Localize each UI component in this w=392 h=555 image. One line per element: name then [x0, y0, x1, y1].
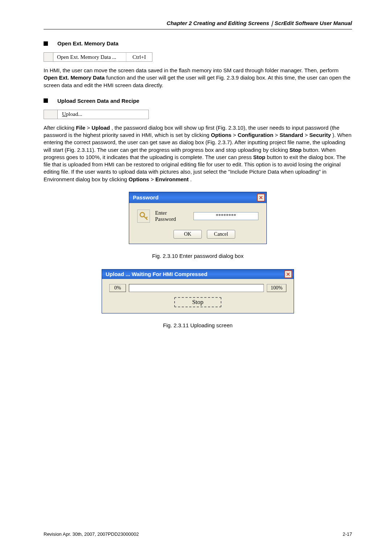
- svg-line-2: [146, 217, 147, 218]
- revision-text: Revision Apr. 30th, 2007, 2007PDD2300000…: [44, 531, 139, 537]
- menu-shortcut: Ctrl+I: [126, 53, 152, 61]
- p-text: >: [305, 132, 309, 138]
- chapter-header: Chapter 2 Creating and Editing Screens｜S…: [44, 20, 352, 29]
- titlebar: Password ✕: [129, 192, 266, 203]
- password-dialog: Password ✕ Enter Password OK Cancel: [129, 192, 267, 244]
- section-open-ext-memory: Open Ext. Memory Data: [44, 40, 352, 46]
- paragraph-upload: After clicking File > Upload , the passw…: [44, 124, 352, 183]
- p-bold: Standard: [279, 132, 303, 138]
- progress-row: 0% 100%: [109, 284, 286, 292]
- titlebar: Upload ... Waiting For HMI Compressed ✕: [102, 270, 294, 279]
- titlebar-title: Upload ... Waiting For HMI Compressed: [106, 271, 207, 277]
- section-title: Upload Screen Data and Recipe: [57, 98, 139, 104]
- menu-label: Open Ext. Memory Data ...: [53, 54, 126, 60]
- p-text: >: [151, 176, 155, 182]
- p-bold: Security: [309, 132, 331, 138]
- menu-label: Upload...: [58, 111, 148, 117]
- figure-caption: Fig. 2.3.10 Enter password dialog box: [44, 253, 352, 259]
- progress-left-pct: 0%: [109, 284, 126, 292]
- password-label: Enter Password: [155, 210, 188, 222]
- p-text: >: [233, 132, 238, 138]
- menu-icon-placeholder: [44, 110, 58, 119]
- upload-dialog: Upload ... Waiting For HMI Compressed ✕ …: [102, 269, 294, 313]
- section-title: Open Ext. Memory Data: [57, 40, 118, 46]
- ok-button[interactable]: OK: [173, 230, 202, 239]
- stop-button[interactable]: Stop: [174, 297, 221, 307]
- p-bold: Stop: [290, 147, 302, 153]
- progress-right-pct: 100%: [267, 284, 286, 292]
- bullet-icon: [44, 41, 48, 46]
- close-icon[interactable]: ✕: [284, 270, 292, 278]
- p-text: After clicking: [44, 125, 76, 131]
- menu-icon-placeholder: [44, 53, 53, 61]
- p-text: >: [275, 132, 279, 138]
- p-bold: Configuration: [238, 132, 273, 138]
- p-bold: Options: [128, 176, 149, 182]
- p-bold: Stop: [253, 154, 265, 160]
- menu-open-ext-memory[interactable]: Open Ext. Memory Data ... Ctrl+I: [44, 52, 152, 62]
- p-text: In HMI, the user can move the screen dat…: [44, 67, 339, 73]
- section-upload: Upload Screen Data and Recipe: [44, 98, 352, 104]
- page-footer: Revision Apr. 30th, 2007, 2007PDD2300000…: [44, 531, 352, 537]
- bullet-icon: [44, 98, 48, 103]
- cancel-button[interactable]: Cancel: [207, 230, 235, 239]
- figure-caption: Fig. 2.3.11 Uploading screen: [44, 322, 352, 328]
- key-icon: [137, 210, 150, 223]
- close-icon[interactable]: ✕: [257, 194, 265, 202]
- page-number: 2-17: [343, 531, 352, 537]
- p-text: .: [190, 176, 192, 182]
- p-bold: File: [76, 125, 85, 131]
- p-bold: Upload: [91, 125, 110, 131]
- password-input[interactable]: [193, 212, 258, 220]
- paragraph-open-ext-memory: In HMI, the user can move the screen dat…: [44, 67, 352, 89]
- p-bold: Environment: [155, 176, 189, 182]
- p-bold: Open Ext. Memory Data: [44, 74, 105, 81]
- titlebar-title: Password: [133, 194, 159, 200]
- menu-upload[interactable]: Upload...: [44, 110, 149, 119]
- progress-bar: [129, 284, 264, 292]
- p-bold: Options: [211, 132, 232, 138]
- p-text: >: [87, 125, 91, 131]
